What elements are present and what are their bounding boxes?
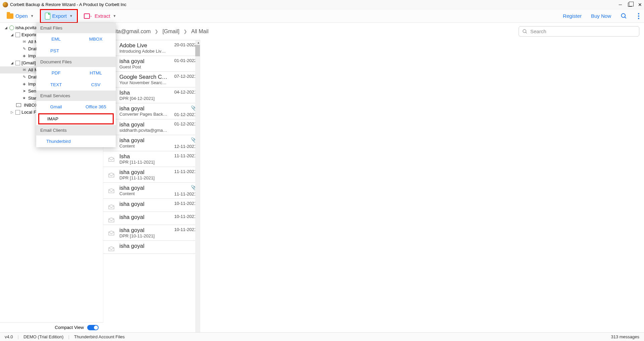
status-bar: v4.0 | DEMO (Trial Edition) | Thunderbir…	[0, 332, 644, 341]
mail-icon: ✉	[21, 68, 27, 72]
message-from: isha goyal	[119, 243, 168, 249]
message-date: 11-11-2021	[174, 153, 197, 158]
read-mail-icon	[106, 227, 117, 236]
buy-now-link[interactable]: Buy Now	[591, 13, 611, 19]
register-link[interactable]: Register	[563, 13, 582, 19]
message-date: 07-12-2021	[174, 74, 197, 79]
message-item[interactable]: IshaDPR [11-11-2021]11-11-2021	[103, 151, 200, 167]
message-date: 01-01-2022	[174, 58, 197, 63]
message-item[interactable]: isha goyal10-11-2021	[103, 212, 200, 225]
compact-view-toggle[interactable]	[87, 325, 99, 330]
message-item[interactable]: isha goyalsiddharth.pcvita@gmail.com01-1…	[103, 119, 200, 135]
message-item[interactable]: IshaDPR [04-12-2021]04-12-2021	[103, 88, 200, 103]
message-date: 20-01-2022	[174, 42, 197, 47]
message-item[interactable]: isha goyalDPR [10-11-2021]10-11-2021	[103, 225, 200, 241]
message-from: Google Search Cons...	[119, 74, 168, 80]
search-placeholder: Search	[530, 29, 546, 34]
export-gmail[interactable]: Gmail	[36, 104, 76, 109]
menu-header: Email Files	[36, 23, 116, 33]
export-label: Export	[52, 13, 67, 19]
read-mail-icon	[106, 169, 117, 178]
close-button[interactable]	[638, 2, 642, 7]
message-item[interactable]: isha goyalConverter Pages Backup📎01-12-2…	[103, 103, 200, 119]
tree-label: Draf	[28, 74, 37, 79]
compact-view-bar: Compact View	[0, 322, 103, 332]
message-preview	[200, 40, 644, 332]
open-button[interactable]: Open ▼	[3, 11, 37, 21]
message-subject: DPR [11-11-2021]	[119, 175, 168, 180]
message-subject: DPR [04-12-2021]	[119, 96, 168, 101]
checkbox[interactable]	[15, 33, 20, 37]
scrollbar-track[interactable]	[195, 40, 200, 332]
extract-button[interactable]: Extract ▼	[80, 11, 120, 21]
search-icon[interactable]	[621, 13, 627, 19]
compact-view-label: Compact View	[55, 325, 84, 330]
scroll-up-icon[interactable]: ▴	[198, 41, 199, 44]
message-item[interactable]: Google Search Cons...Your November Searc…	[103, 72, 200, 88]
message-date: 10-11-2021	[174, 214, 197, 219]
main-toolbar: Open ▼ Export ▼ Extract ▼ Register Buy N…	[0, 9, 644, 23]
message-item[interactable]: isha goyalGuest Post01-01-2022	[103, 56, 200, 72]
message-date: 10-11-2021	[174, 227, 197, 232]
breadcrumb-item[interactable]: [Gmail]	[162, 29, 179, 35]
tree-label: INBOX	[24, 103, 38, 108]
draft-icon: ✎	[21, 75, 27, 79]
export-imap[interactable]: IMAP	[38, 113, 114, 124]
export-mbox[interactable]: MBOX	[76, 37, 116, 42]
export-pst[interactable]: PST	[36, 48, 116, 53]
important-icon: ◈	[21, 54, 27, 58]
message-item[interactable]: isha goyalDPR [11-11-2021]11-11-2021	[103, 167, 200, 183]
message-subject: Content	[119, 191, 168, 196]
folder-icon	[7, 13, 13, 19]
message-subject: siddharth.pcvita@gmail.com	[119, 128, 168, 133]
more-menu-button[interactable]	[637, 12, 641, 20]
message-from: isha goyal	[119, 121, 168, 128]
breadcrumb-item[interactable]: All Mail	[191, 29, 209, 35]
message-subject: Converter Pages Backup	[119, 112, 168, 117]
checkbox[interactable]	[15, 110, 20, 115]
message-from: isha goyal	[119, 214, 168, 220]
tree-label: Imp	[28, 81, 36, 87]
export-text[interactable]: TEXT	[36, 82, 76, 87]
checkbox[interactable]	[15, 61, 20, 65]
export-pdf[interactable]: PDF	[36, 70, 76, 75]
message-item[interactable]: isha goyal10-11-2021	[103, 199, 200, 212]
read-mail-icon	[106, 243, 117, 251]
message-list[interactable]: ▴ Adobe LiveIntroducing Adobe Live Short…	[103, 40, 200, 332]
message-from: isha goyal	[119, 227, 168, 233]
message-from: isha goyal	[119, 201, 168, 207]
message-item[interactable]: isha goyal	[103, 241, 200, 254]
chevron-right-icon: ❯	[155, 29, 158, 34]
tree-label: Draf	[28, 46, 37, 51]
message-item[interactable]: isha goyalContent📎12-11-2021	[103, 135, 200, 151]
scrollbar-thumb[interactable]	[195, 45, 200, 56]
tree-label: [Gmail]	[21, 60, 36, 65]
export-eml[interactable]: EML	[36, 37, 76, 42]
message-item[interactable]: isha goyalContent📎11-11-2021	[103, 183, 200, 199]
star-icon: ★	[21, 96, 27, 101]
sent-icon: ➤	[21, 89, 27, 94]
message-date: 11-11-2021	[174, 191, 197, 196]
read-mail-icon	[106, 153, 117, 162]
tree-label: Star	[28, 96, 37, 101]
export-html[interactable]: HTML	[76, 70, 116, 75]
message-date: 10-11-2021	[174, 201, 197, 206]
message-from: Isha	[119, 90, 168, 96]
message-item[interactable]: Adobe LiveIntroducing Adobe Live Shorts2…	[103, 40, 200, 56]
export-o365[interactable]: Office 365	[76, 104, 116, 109]
menu-header: Email Clients	[36, 125, 116, 135]
important-icon: ◈	[21, 82, 27, 87]
search-input[interactable]: Search	[519, 26, 639, 37]
message-subject: DPR [11-11-2021]	[119, 160, 168, 165]
open-label: Open	[15, 13, 28, 19]
export-icon	[45, 13, 50, 19]
maximize-button[interactable]	[628, 3, 632, 7]
minimize-button[interactable]	[619, 2, 622, 7]
app-logo-icon	[3, 2, 8, 7]
export-thunderbird[interactable]: Thunderbird	[36, 135, 116, 147]
message-from: isha goyal	[119, 58, 168, 64]
export-button[interactable]: Export ▼	[42, 11, 76, 21]
extract-icon	[84, 13, 90, 19]
message-from: isha goyal	[119, 185, 168, 191]
export-csv[interactable]: CSV	[76, 82, 116, 87]
